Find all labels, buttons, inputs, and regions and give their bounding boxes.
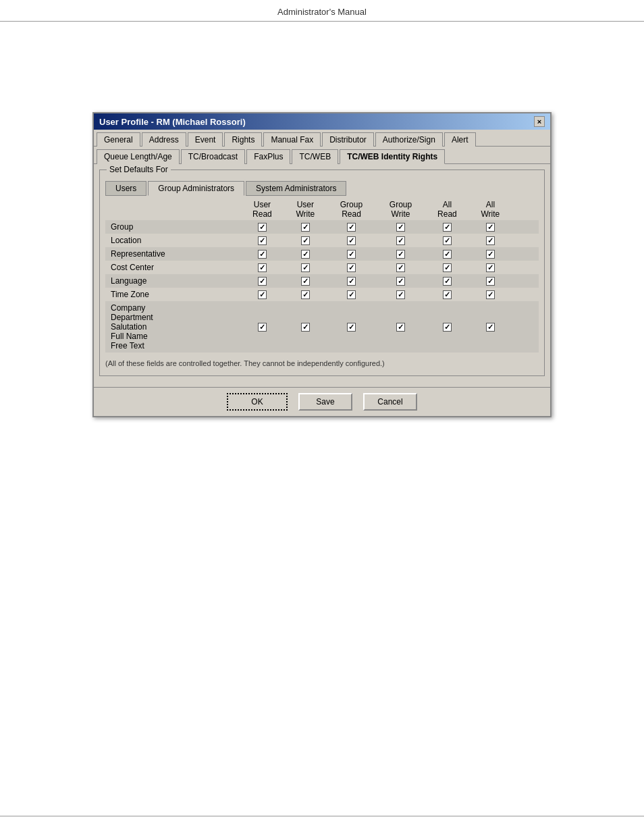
tab-distributor[interactable]: Distributor — [322, 132, 374, 147]
checkbox-all-read[interactable] — [443, 236, 452, 245]
col-header-all-write: AllWrite — [469, 199, 512, 220]
tab-queue-length-age[interactable]: Queue Length/Age — [97, 149, 180, 164]
checkbox-all-write[interactable] — [486, 223, 495, 232]
col-header-user-read: UserRead — [240, 199, 284, 220]
col-header-group-read: GroupRead — [327, 199, 376, 220]
checkbox-user-read[interactable] — [258, 223, 267, 232]
check-cell-user-write — [284, 301, 327, 353]
row-label: Language — [105, 274, 240, 288]
checkbox-group-write[interactable] — [396, 250, 405, 259]
checkbox-group-write[interactable] — [396, 277, 405, 286]
check-cell-user-read — [240, 234, 284, 247]
cancel-button[interactable]: Cancel — [363, 393, 417, 411]
checkbox-group-write[interactable] — [396, 236, 405, 245]
checkbox-group-read[interactable] — [347, 277, 356, 286]
col-header-all-read: AllRead — [425, 199, 469, 220]
tab-authorize-sign[interactable]: Authorize/Sign — [375, 132, 443, 147]
tab-alert[interactable]: Alert — [444, 132, 476, 147]
checkbox-user-write[interactable] — [301, 323, 310, 332]
tab-manual-fax-label: Manual Fax — [271, 135, 313, 145]
checkbox-user-write[interactable] — [301, 277, 310, 286]
check-cell-group-write — [376, 261, 425, 274]
checkbox-group-write[interactable] — [396, 223, 405, 232]
checkbox-user-read[interactable] — [258, 263, 267, 272]
checkbox-user-read[interactable] — [258, 323, 267, 332]
check-cell-all-write — [469, 301, 512, 353]
checkbox-group-write[interactable] — [396, 290, 405, 299]
check-cell-all-write — [469, 220, 512, 234]
check-cell-all-read — [425, 274, 469, 288]
check-cell-all-write — [469, 247, 512, 261]
checkbox-all-write[interactable] — [486, 290, 495, 299]
checkbox-all-write[interactable] — [486, 250, 495, 259]
checkbox-user-write[interactable] — [301, 290, 310, 299]
checkbox-all-read[interactable] — [443, 250, 452, 259]
tab-tcweb-label: TC/WEB — [299, 152, 331, 161]
check-cell-user-write — [284, 220, 327, 234]
checkbox-all-read[interactable] — [443, 263, 452, 272]
checkbox-group-read[interactable] — [347, 323, 356, 332]
subtab-users[interactable]: Users — [105, 181, 146, 196]
checkbox-group-write[interactable] — [396, 263, 405, 272]
ok-label: OK — [251, 397, 263, 407]
checkbox-user-write[interactable] — [301, 236, 310, 245]
checkbox-all-read[interactable] — [443, 277, 452, 286]
tab-general[interactable]: General — [97, 132, 140, 147]
checkbox-all-write[interactable] — [486, 263, 495, 272]
tab-rights[interactable]: Rights — [224, 132, 262, 147]
check-cell-all-read — [425, 247, 469, 261]
checkbox-user-write[interactable] — [301, 250, 310, 259]
checkbox-all-write[interactable] — [486, 277, 495, 286]
cancel-label: Cancel — [377, 397, 402, 407]
checkbox-user-read[interactable] — [258, 290, 267, 299]
checkbox-user-write[interactable] — [301, 263, 310, 272]
checkbox-all-read[interactable] — [443, 223, 452, 232]
checkbox-group-write[interactable] — [396, 323, 405, 332]
row-label: Representative — [105, 247, 240, 261]
checkbox-group-read[interactable] — [347, 223, 356, 232]
tab-manual-fax[interactable]: Manual Fax — [263, 132, 321, 147]
subtab-system-admins[interactable]: System Administrators — [246, 181, 346, 196]
dialog-body: Set Defaults For Users Group Administrat… — [94, 164, 550, 387]
checkbox-group-read[interactable] — [347, 236, 356, 245]
checkbox-all-write[interactable] — [486, 236, 495, 245]
subtab-group-admins[interactable]: Group Administrators — [148, 181, 244, 196]
checkbox-all-write[interactable] — [486, 323, 495, 332]
tab-event-label: Event — [195, 135, 216, 145]
tabs-row-2: Queue Length/Age TC/Broadcast FaxPlus TC… — [94, 147, 550, 164]
set-defaults-groupbox: Set Defaults For Users Group Administrat… — [99, 170, 545, 376]
check-cell-user-write — [284, 247, 327, 261]
checkbox-group-read[interactable] — [347, 290, 356, 299]
tab-event[interactable]: Event — [188, 132, 223, 147]
check-cell-group-write — [376, 247, 425, 261]
ok-button[interactable]: OK — [227, 393, 288, 411]
checkbox-user-read[interactable] — [258, 250, 267, 259]
tab-tcweb-identity-rights[interactable]: TC/WEB Identity Rights — [340, 149, 445, 164]
check-cell-group-read — [327, 220, 376, 234]
checkbox-user-read[interactable] — [258, 277, 267, 286]
check-cell-group-write — [376, 234, 425, 247]
checkbox-user-write[interactable] — [301, 223, 310, 232]
checkbox-all-read[interactable] — [443, 290, 452, 299]
save-button[interactable]: Save — [298, 393, 352, 411]
tab-rights-label: Rights — [232, 135, 254, 145]
close-button[interactable]: × — [534, 116, 545, 127]
table-row: Language — [105, 274, 539, 288]
tab-general-label: General — [104, 135, 133, 145]
row-label: Time Zone — [105, 288, 240, 301]
checkbox-group-read[interactable] — [347, 263, 356, 272]
tab-queue-label: Queue Length/Age — [104, 152, 172, 161]
check-cell-group-read — [327, 288, 376, 301]
tab-address[interactable]: Address — [142, 132, 186, 147]
col-header-group-write: GroupWrite — [376, 199, 425, 220]
tab-tcweb[interactable]: TC/WEB — [292, 149, 338, 164]
groupbox-legend: Set Defaults For — [107, 165, 171, 174]
checkbox-all-read[interactable] — [443, 323, 452, 332]
checkbox-group-read[interactable] — [347, 250, 356, 259]
tab-faxplus[interactable]: FaxPlus — [246, 149, 290, 164]
checkbox-user-read[interactable] — [258, 236, 267, 245]
tab-tc-broadcast[interactable]: TC/Broadcast — [181, 149, 245, 164]
tab-address-label: Address — [149, 135, 179, 145]
note-text: (All of these fields are controlled toge… — [105, 357, 539, 370]
dialog-titlebar: User Profile - RM (Michael Rossori) × — [94, 113, 550, 130]
